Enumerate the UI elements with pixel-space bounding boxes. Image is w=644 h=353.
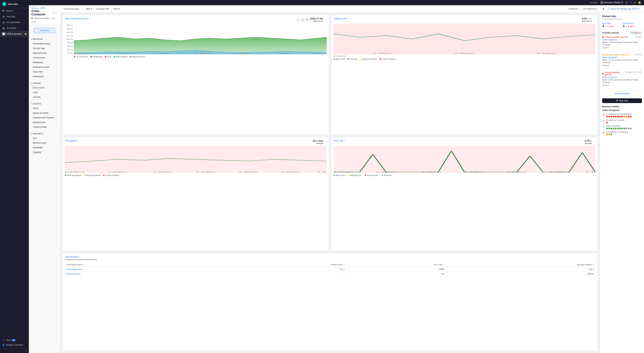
web-transactions-value: 1434.17 ms [310, 17, 323, 20]
error-rate-menu-icon[interactable]: ··· [593, 140, 595, 143]
sidebar-item-errors[interactable]: Errors [29, 106, 60, 111]
col-transaction-name[interactable]: Transaction name ⇅ [65, 262, 220, 267]
percent-icon-btn[interactable]: % [305, 18, 309, 21]
instances-label: Instances [569, 8, 578, 10]
sidebar-item-sla[interactable]: SLA [29, 136, 60, 141]
sidebar-item-apm[interactable]: 📊 APM & services 🔔 [0, 31, 29, 37]
sidebar-item-databases[interactable]: Databases [29, 60, 60, 65]
sidebar-item-logs[interactable]: Logs [29, 90, 60, 95]
activity-3-entity[interactable]: Order-Composer [602, 76, 642, 78]
summary-button[interactable]: Summary [34, 28, 55, 33]
containers-info: is hosted by 3 containers [606, 131, 628, 135]
nav-back-icon[interactable]: ◀ [602, 8, 604, 10]
compare-with-select[interactable]: none ▾ [112, 7, 121, 11]
related-entities-menu-icon[interactable]: ··· [640, 105, 642, 108]
reports-section-header[interactable]: ▾ Reports [29, 132, 60, 136]
activity-1-entity[interactable]: Order-Composer [602, 39, 642, 41]
line-chart-icon-btn[interactable]: 📈 [296, 18, 300, 21]
clock-icon: 🕐 [607, 8, 610, 10]
user-item[interactable]: 👤 Bradley Camacho [2, 342, 27, 347]
sidebar-item-external-services[interactable]: External services [29, 65, 60, 70]
compare-dropdown-icon: ▾ [118, 8, 120, 10]
calls-row: ⊙ calls 22 services [602, 125, 642, 129]
mail-icon[interactable]: ✉ [634, 1, 636, 4]
service-info: is called by 1 service [606, 119, 624, 123]
error-rate-meta: 0.75 % average [585, 139, 592, 144]
help-item[interactable]: ❓ Help 70 [2, 338, 27, 342]
sort-icon-duration: ⇅ [592, 264, 594, 266]
dot [608, 116, 610, 118]
error-logs-label[interactable]: Error logs ℹ [602, 22, 621, 24]
sidebar-item-add-data[interactable]: ⊕ Add data [0, 14, 29, 20]
transactions-info-icon: ℹ [79, 256, 80, 258]
activity-item-2: Warning violation opened 12:02am Order-C… [602, 54, 642, 69]
activity-2-desc: Apdex < 0.7 for at least 10 minutes on '… [602, 59, 642, 64]
account-name-value[interactable]: Demotron Rotate ▼ [600, 1, 623, 4]
sidebar-item-distributed-tracing[interactable]: Distributed tracing [29, 41, 60, 46]
instances-info-icon: ℹ [579, 8, 580, 10]
sidebar-item-capabilities[interactable]: ⊞ All capabilities [0, 20, 29, 25]
tx-error-2: 0% [346, 272, 446, 276]
triage-section-header[interactable]: ▾ Triage [29, 81, 60, 85]
sidebar-item-deployments[interactable]: Deployments [29, 120, 60, 125]
page-title-dropdown[interactable]: ▾ [53, 12, 54, 14]
error-rate-controls: 0.75 % average ··· [585, 139, 595, 144]
sidebar-item-capacity[interactable]: Capacity [29, 150, 60, 155]
search-icon: 🔍 [2, 10, 5, 12]
throughput-meta: 22.1 rpm average [313, 139, 323, 144]
activity-1-count: Count: 1 [602, 47, 642, 49]
apdex-title: Apdex score ℹ [334, 17, 348, 20]
sidebar-item-security[interactable]: Security [29, 95, 60, 99]
breadcrumb[interactable]: Services · APM [31, 7, 58, 9]
activity-1-time: 12:12am [635, 36, 642, 38]
favorite-icon[interactable]: ☆ [55, 11, 58, 14]
sidebar-item-dependencies[interactable]: Dependencies [29, 51, 60, 55]
right-panel: Related data From the last 24 hours Erro… [600, 13, 644, 353]
dot [606, 116, 608, 118]
show-all-events-button[interactable]: Show all events [602, 91, 642, 96]
apdex-header: Apdex score ℹ 0.54 [0.5] [334, 17, 595, 22]
throughput-menu-icon[interactable]: ··· [324, 140, 327, 143]
error-traces-label[interactable]: Error traces ℹ [623, 22, 642, 24]
bar-chart-icon-btn[interactable]: 📊 [300, 18, 304, 21]
tx-name-1[interactable]: Sinatra/#purchase [65, 267, 220, 272]
sidebar-item-service-levels[interactable]: Service levels [29, 141, 60, 145]
col-avg-duration[interactable]: Average duration ⇅ [446, 262, 595, 267]
tx-slowest-1[interactable]: 2.22 s [220, 267, 346, 272]
web-transactions-menu-icon[interactable]: ··· [324, 18, 327, 21]
screen-icon[interactable]: 🖥 [626, 1, 628, 4]
search-button[interactable]: 🔍 Search [2, 10, 27, 12]
dot [626, 128, 628, 129]
sidebar-item-thread-profiler[interactable]: Thread profiler [29, 125, 60, 129]
sidebar-item-entities[interactable]: ◉ All entities [0, 25, 29, 31]
legend-web-external: Web external [114, 56, 128, 58]
sidebar-item-errors-inbox[interactable]: Errors inbox [29, 85, 60, 90]
bell-icon[interactable]: 🔔 [638, 1, 641, 4]
activity-2-entity[interactable]: Order-Composer [602, 56, 642, 59]
instances-select[interactable]: All Instances ▾ [582, 7, 599, 11]
map-view-button[interactable]: 🗺 Map view [602, 98, 642, 103]
legend-end-user: End user [348, 58, 358, 60]
apdex-menu-icon[interactable]: ··· [593, 18, 595, 21]
sidebar-item-issues-activity[interactable]: Issues & Activity [29, 111, 60, 115]
sidebar-item-kubernetes[interactable]: Kubernetes [29, 74, 60, 79]
transaction-type-select[interactable]: Web ▾ [84, 7, 94, 11]
entities-icon: ◉ [2, 27, 5, 30]
time-range-button[interactable]: 🕐 Since 30 minutes ago (PDT) ▾ [606, 7, 641, 11]
sidebar-item-transactions[interactable]: Transactions [29, 55, 60, 60]
main-content: Transaction type ℹ Web ▾ Compare with no… [60, 5, 644, 353]
sidebar-item-service-map[interactable]: Service map [29, 46, 60, 51]
sidebar-item-scalability[interactable]: Scalability [29, 145, 60, 150]
col-error-rate[interactable]: Error rate ⇅ [346, 262, 446, 267]
filter-button[interactable]: ⚙ Filters ▾ [630, 31, 642, 35]
sidebar-expand-btn[interactable]: ◀ [0, 349, 29, 353]
sidebar-item-deployments-preview[interactable]: Deployments Preview [29, 115, 60, 120]
error-logs-item: Error logs ℹ 4 ▼ ▼ 20 % [602, 22, 621, 28]
events-section-header[interactable]: ▾ Events [29, 102, 60, 106]
sidebar-item-ruby-vms[interactable]: Ruby VMs [29, 70, 60, 74]
tx-name-2[interactable]: Sinatra/#returns [65, 272, 220, 276]
legend-warning-violation: Warning Violation [360, 58, 377, 60]
question-icon[interactable]: ? [630, 1, 632, 4]
monitor-section-header[interactable]: ▾ Monitor [29, 37, 60, 41]
col-slowest-trace[interactable]: Slowest trace ⇅ [220, 262, 346, 267]
